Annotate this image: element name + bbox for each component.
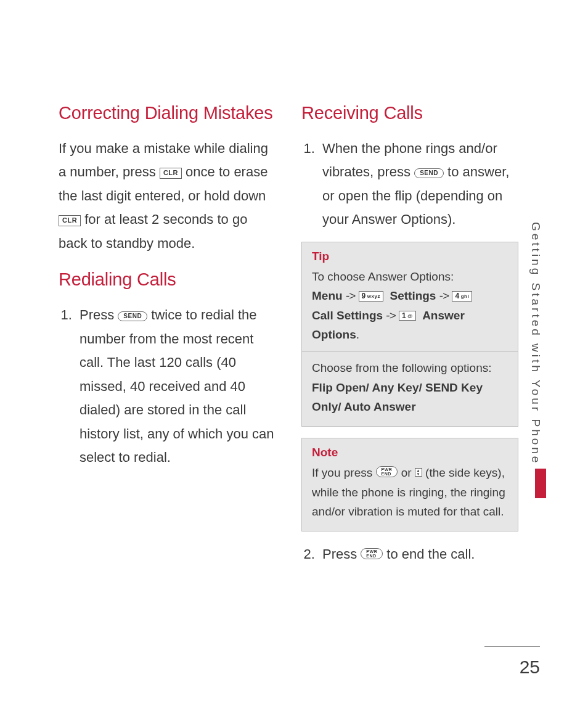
key-sub: wxyz <box>367 293 380 299</box>
paragraph-correcting: If you make a mistake while dialing a nu… <box>59 137 276 256</box>
clr-key-icon: CLR <box>59 215 81 226</box>
section-side-tab-bar <box>535 469 546 498</box>
key-sub: @ <box>407 313 412 319</box>
divider <box>302 351 518 352</box>
send-key-icon: SEND <box>118 311 147 321</box>
tip-call-settings-label: Call Settings <box>312 309 383 322</box>
page-number: 25 <box>520 657 540 678</box>
list-item: Press SEND twice to redial the number fr… <box>76 303 276 470</box>
arrow-icon: -> <box>346 289 355 302</box>
text: To choose Answer Options: <box>312 270 454 283</box>
key-digit: 9 <box>362 292 366 300</box>
key-4-icon: 4ghi <box>452 291 472 301</box>
note-title: Note <box>312 446 508 459</box>
note-body: If you press PWREND or (the side keys), … <box>312 463 508 521</box>
tip-menu-label: Menu <box>312 289 343 302</box>
heading-receiving-calls: Receiving Calls <box>301 104 518 123</box>
key-digit: 4 <box>455 292 459 300</box>
text: Press <box>322 546 361 562</box>
send-key-icon: SEND <box>414 168 444 178</box>
content-columns: Correcting Dialing Mistakes If you make … <box>59 104 518 575</box>
end-key-icon: PWREND <box>361 548 383 559</box>
key-end: END <box>382 472 391 476</box>
key-pwr: PWR <box>366 549 377 554</box>
end-key-icon: PWREND <box>376 466 398 477</box>
key-pwr: PWR <box>382 467 393 472</box>
list-item: When the phone rings and/or vibrates, pr… <box>319 137 518 232</box>
key-9-icon: 9wxyz <box>359 291 383 301</box>
tip-box: Tip To choose Answer Options: Menu -> 9w… <box>301 242 518 427</box>
key-sub: ghi <box>461 293 470 299</box>
heading-correcting-dialing: Correcting Dialing Mistakes <box>59 104 276 123</box>
tip-body: To choose Answer Options: Menu -> 9wxyz … <box>312 267 508 416</box>
page-number-rule <box>484 646 540 647</box>
section-side-tab: Getting Started with Your Phone <box>529 222 542 465</box>
right-column: Receiving Calls When the phone rings and… <box>301 104 518 575</box>
manual-page: Correcting Dialing Mistakes If you make … <box>0 0 588 706</box>
text: Press <box>80 307 118 322</box>
note-box: Note If you press PWREND or (the side ke… <box>301 438 518 532</box>
key-1-icon: 1@ <box>399 311 416 321</box>
clr-key-icon: CLR <box>160 168 182 178</box>
receiving-steps-continued: Press PWREND to end the call. <box>301 543 518 567</box>
receiving-steps: When the phone rings and/or vibrates, pr… <box>301 137 518 232</box>
side-key-icon <box>415 468 422 477</box>
redial-steps: Press SEND twice to redial the number fr… <box>59 303 276 470</box>
key-end: END <box>366 554 376 558</box>
text: Choose from the following options: <box>312 361 492 374</box>
key-digit: 1 <box>402 311 406 320</box>
text: twice to redial the number from the most… <box>80 307 274 465</box>
tip-options-list: Flip Open/ Any Key/ SEND Key Only/ Auto … <box>312 381 483 413</box>
heading-redialing: Redialing Calls <box>59 270 276 290</box>
text: to end the call. <box>386 546 475 562</box>
arrow-icon: -> <box>439 289 449 302</box>
tip-title: Tip <box>312 250 508 263</box>
arrow-icon: -> <box>386 309 395 322</box>
text: If you press <box>312 466 376 479</box>
list-item: Press PWREND to end the call. <box>319 543 518 567</box>
text: for at least 2 seconds to go back to sta… <box>59 211 247 251</box>
text: or <box>401 466 415 479</box>
left-column: Correcting Dialing Mistakes If you make … <box>59 104 276 575</box>
tip-settings-label: Settings <box>390 289 436 302</box>
